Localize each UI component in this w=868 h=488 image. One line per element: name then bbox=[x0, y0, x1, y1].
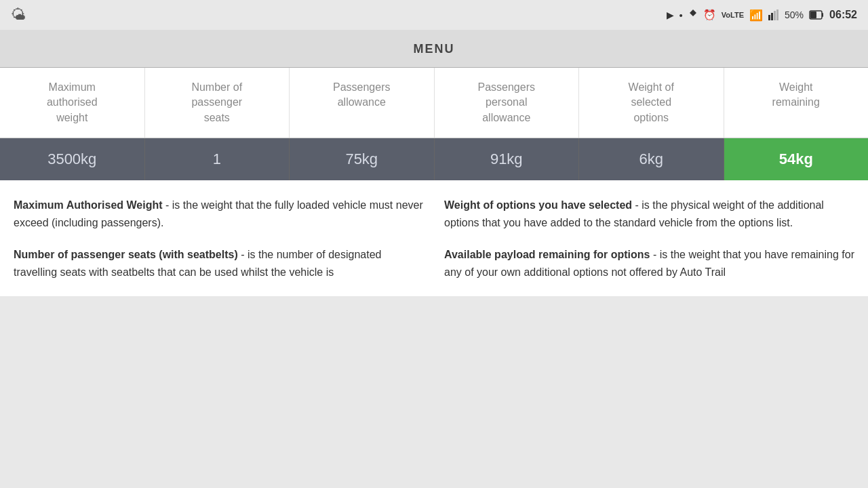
value-passengers-allowance: 75kg bbox=[290, 138, 435, 180]
desc-payload-remaining: Available payload remaining for options … bbox=[444, 246, 854, 281]
descriptions-left: Maximum Authorised Weight - is the weigh… bbox=[14, 197, 424, 296]
col-header-weight-options: Weight of selected options bbox=[579, 68, 724, 138]
desc-max-weight: Maximum Authorised Weight - is the weigh… bbox=[14, 197, 424, 231]
time-display: 06:52 bbox=[829, 9, 857, 21]
volte-icon: VoLTE bbox=[722, 11, 744, 19]
col-header-passenger-seats: Number of passenger seats bbox=[145, 68, 290, 138]
svg-rect-6 bbox=[810, 12, 816, 18]
value-max-weight: 3500kg bbox=[0, 138, 145, 180]
bluetooth-icon: • bbox=[679, 9, 683, 21]
table-data-row: 3500kg 1 75kg 91kg 6kg 54kg bbox=[0, 138, 868, 180]
bluetooth-icon bbox=[688, 9, 698, 21]
col-header-passengers-allowance: Passengers allowance bbox=[290, 68, 435, 138]
status-bar-left: 🌤 bbox=[11, 6, 26, 24]
main-content: Maximum authorised weight Number of pass… bbox=[0, 68, 868, 296]
col-header-max-weight: Maximum authorised weight bbox=[0, 68, 145, 138]
desc-passenger-seats: Number of passenger seats (with seatbelt… bbox=[14, 246, 424, 281]
col-header-personal-allowance: Passengers personal allowance bbox=[435, 68, 580, 138]
svg-rect-1 bbox=[771, 13, 773, 20]
value-weight-options: 6kg bbox=[579, 138, 724, 180]
desc-passenger-seats-title: Number of passenger seats (with seatbelt… bbox=[14, 249, 238, 260]
value-weight-remaining: 54kg bbox=[724, 138, 869, 180]
value-personal-allowance: 91kg bbox=[435, 138, 580, 180]
header-title: MENU bbox=[414, 42, 455, 56]
descriptions-section: Maximum Authorised Weight - is the weigh… bbox=[0, 180, 868, 296]
battery-level: 50% bbox=[785, 9, 804, 20]
svg-rect-0 bbox=[768, 15, 770, 20]
bluetooth-icon: ▶ bbox=[667, 9, 674, 20]
col-header-weight-remaining: Weight remaining bbox=[724, 68, 869, 138]
desc-weight-options: Weight of options you have selected - is… bbox=[444, 197, 854, 231]
alarm-icon: ⏰ bbox=[703, 9, 716, 21]
battery-icon bbox=[809, 10, 824, 20]
value-passenger-seats: 1 bbox=[145, 138, 290, 180]
desc-max-weight-title: Maximum Authorised Weight bbox=[14, 199, 163, 211]
svg-rect-3 bbox=[776, 9, 778, 20]
signal-icon bbox=[768, 9, 779, 20]
table-header: Maximum authorised weight Number of pass… bbox=[0, 68, 868, 138]
header: MENU bbox=[0, 30, 868, 68]
descriptions-right: Weight of options you have selected - is… bbox=[444, 197, 854, 296]
desc-weight-options-title: Weight of options you have selected bbox=[444, 199, 632, 211]
weather-icon: 🌤 bbox=[11, 6, 26, 24]
desc-payload-remaining-title: Available payload remaining for options bbox=[444, 249, 650, 260]
status-bar-right: ▶ • ⏰ VoLTE 📶 50% 06:52 bbox=[667, 9, 857, 22]
status-bar: 🌤 ▶ • ⏰ VoLTE 📶 50% 06:52 bbox=[0, 0, 868, 30]
svg-rect-2 bbox=[774, 11, 776, 20]
svg-rect-5 bbox=[822, 13, 823, 17]
wifi-icon: 📶 bbox=[749, 9, 763, 22]
